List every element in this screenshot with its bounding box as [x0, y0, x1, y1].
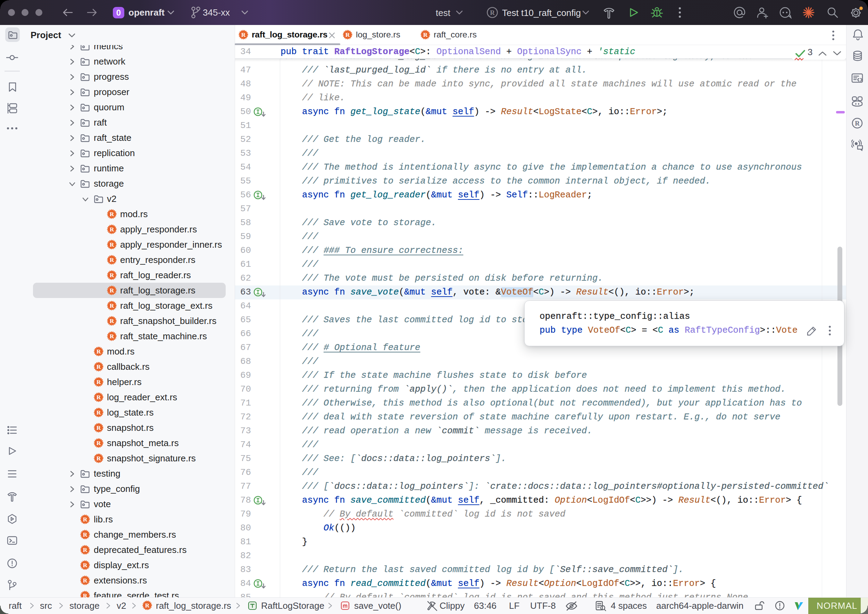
svg-text:R: R [490, 9, 495, 16]
svg-text:R: R [855, 120, 860, 127]
